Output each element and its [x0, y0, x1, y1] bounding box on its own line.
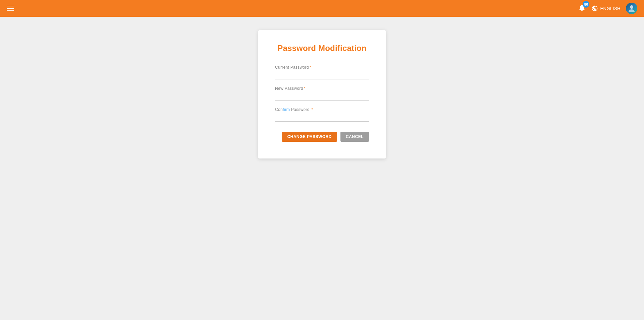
globe-icon: [591, 5, 598, 12]
new-password-label: New Password*: [275, 86, 369, 91]
navbar: 80 ENGLISH: [0, 0, 644, 17]
current-password-input[interactable]: [275, 71, 369, 79]
password-modification-card: Password Modification Current Password* …: [258, 30, 386, 158]
buttons-row: CHANGE PASSWORD CANCEL: [275, 132, 369, 142]
new-password-input[interactable]: [275, 92, 369, 101]
navbar-right: 80 ENGLISH: [578, 3, 637, 14]
change-password-button[interactable]: CHANGE PASSWORD: [282, 132, 337, 142]
navbar-left: [7, 6, 14, 11]
current-password-label: Current Password*: [275, 65, 369, 70]
confirm-password-group: Confirm Password *: [275, 107, 369, 122]
new-password-required: *: [304, 86, 306, 91]
avatar-image: [626, 3, 637, 14]
modal-title: Password Modification: [275, 44, 369, 53]
hamburger-menu-button[interactable]: [7, 6, 14, 11]
user-avatar[interactable]: [626, 3, 637, 14]
confirm-label-blue: firm: [283, 107, 290, 112]
current-password-group: Current Password*: [275, 65, 369, 79]
main-content: Password Modification Current Password* …: [0, 17, 644, 320]
language-selector[interactable]: ENGLISH: [591, 5, 621, 12]
language-label: ENGLISH: [600, 6, 621, 11]
notification-button[interactable]: 80: [578, 4, 586, 13]
confirm-password-input[interactable]: [275, 113, 369, 122]
notification-badge: 80: [583, 1, 589, 8]
current-password-required: *: [310, 65, 311, 70]
confirm-password-label: Confirm Password *: [275, 107, 369, 112]
confirm-password-required: *: [311, 107, 313, 112]
cancel-button[interactable]: CANCEL: [340, 132, 369, 142]
new-password-group: New Password*: [275, 86, 369, 101]
